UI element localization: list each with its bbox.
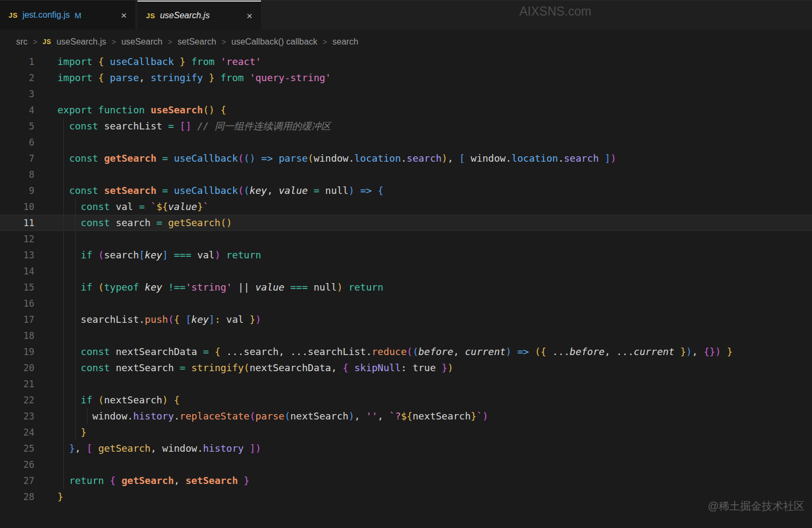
code-token: return (343, 281, 383, 293)
code-token: . (139, 314, 145, 325)
code-line[interactable]: 21 (0, 376, 812, 392)
breadcrumb-item-search[interactable]: search (332, 37, 358, 47)
code-token: => (511, 346, 534, 357)
code-token: . (197, 443, 203, 454)
code-text (34, 134, 57, 150)
code-token: ( (98, 394, 104, 406)
code-token: stringify (150, 72, 208, 83)
code-line[interactable]: 24 } (0, 424, 812, 440)
code-token: export function (57, 104, 150, 115)
code-line[interactable]: 17 searchList.push({ [key]: val }) (0, 312, 812, 328)
code-token: } (441, 362, 447, 373)
code-line[interactable]: 19 const nextSearchData = { ...search, .… (0, 344, 812, 360)
code-token: ) (506, 346, 512, 357)
code-line[interactable]: 8 (0, 167, 812, 183)
code-line[interactable]: 6 (0, 134, 812, 150)
code-line[interactable]: 18 (0, 328, 812, 344)
code-token: getSearch (104, 153, 162, 164)
code-line[interactable]: 26 (0, 457, 812, 473)
code-line[interactable]: 12 (0, 231, 812, 247)
code-line[interactable]: 4export function useSearch() { (0, 102, 812, 118)
code-token: window (162, 443, 197, 454)
code-line[interactable]: 28} (0, 489, 812, 505)
code-line[interactable]: 1import { useCallback } from 'react' (0, 54, 812, 70)
code-token: ) (256, 443, 262, 454)
code-token: ) (611, 153, 617, 164)
code-line[interactable]: 9 const setSearch = useCallback((key, va… (0, 183, 812, 199)
line-number: 10 (0, 199, 34, 215)
code-line[interactable]: 3 (0, 86, 812, 102)
breadcrumb-item-src[interactable]: src (16, 37, 27, 47)
code-token: ] (244, 443, 256, 454)
line-number: 2 (0, 70, 34, 86)
code-token: ... (617, 346, 634, 357)
code-text (34, 376, 57, 392)
code-token: , (447, 153, 453, 164)
code-token: location (354, 153, 401, 164)
code-token: value (279, 185, 314, 196)
code-text: if (search[key] === val) return (34, 247, 261, 263)
indent-guide (75, 199, 76, 440)
code-token: , (174, 475, 180, 486)
close-icon[interactable]: × (121, 10, 127, 20)
code-line[interactable]: 27 return { getSearch, setSearch } (0, 473, 812, 489)
code-text: return { getSearch, setSearch } (34, 473, 250, 489)
close-icon[interactable]: × (247, 11, 252, 21)
code-token: ] (162, 249, 168, 261)
code-token: () (244, 153, 256, 164)
tab-usesearch[interactable]: JS useSearch.js × (137, 1, 261, 30)
code-token: } (244, 475, 250, 486)
code-line[interactable]: 7 const getSearch = useCallback(() => pa… (0, 150, 812, 167)
code-line[interactable]: 22 if (nextSearch) { (0, 392, 812, 408)
code-token: const (57, 185, 104, 196)
line-number: 7 (0, 150, 34, 167)
code-token: ( (168, 314, 174, 325)
code-token: () (203, 104, 215, 115)
tab-jest-config[interactable]: JS jest.config.js M × (0, 1, 135, 30)
code-line[interactable]: 15 if (typeof key !=='string' || value =… (0, 279, 812, 295)
breadcrumb-item-setsearch[interactable]: setSearch (178, 37, 216, 47)
code-editor[interactable]: 1import { useCallback } from 'react'2imp… (0, 54, 812, 505)
code-token: 'react' (220, 56, 261, 67)
chevron-right-icon: > (33, 38, 37, 46)
breadcrumb-item-file[interactable]: useSearch.js (56, 37, 106, 47)
code-token: ( (244, 362, 250, 373)
code-line[interactable]: 13 if (search[key] === val) return (0, 247, 812, 263)
code-token: } (57, 491, 63, 502)
code-token: null (325, 185, 349, 196)
code-line[interactable]: 11 const search = getSearch() (0, 215, 812, 231)
code-line[interactable]: 5 const searchList = [] // 同一组件连续调用的缓冲区 (0, 118, 812, 134)
code-text: const val = `${value}` (34, 199, 209, 215)
code-token: before (418, 346, 453, 357)
js-file-icon: JS (9, 11, 18, 19)
code-token: ` (150, 201, 156, 212)
breadcrumb-item-callback[interactable]: useCallback() callback (231, 37, 317, 47)
code-token: {} (704, 346, 715, 357)
code-line[interactable]: 20 const nextSearch = stringify(nextSear… (0, 360, 812, 376)
code-token: } (57, 426, 86, 438)
breadcrumb-item-usesearch[interactable]: useSearch (121, 37, 163, 47)
code-token: history (203, 443, 244, 454)
code-line[interactable]: 10 const val = `${value}` (0, 199, 812, 215)
code-token: ` (203, 201, 209, 212)
code-line[interactable]: 16 (0, 295, 812, 312)
line-number: 16 (0, 295, 34, 312)
code-line[interactable]: 2import { parse, stringify } from 'query… (0, 70, 812, 86)
code-token: { (215, 346, 221, 357)
code-line[interactable]: 14 (0, 263, 812, 279)
line-number: 19 (0, 344, 34, 360)
line-number: 25 (0, 440, 34, 457)
line-number: 4 (0, 102, 34, 118)
code-line[interactable]: 23 window.history.replaceState(parse(nex… (0, 408, 812, 424)
code-token: ( (407, 346, 412, 357)
code-token: ( (285, 410, 291, 422)
code-line[interactable]: 25 }, [ getSearch, window.history ]) (0, 440, 812, 457)
code-text: import { useCallback } from 'react' (34, 54, 261, 70)
code-token: `? (389, 410, 401, 422)
js-file-icon: JS (43, 38, 52, 46)
code-token: . (558, 153, 564, 164)
code-token: '' (366, 410, 378, 422)
code-token: = (162, 185, 174, 196)
code-text: }, [ getSearch, window.history ]) (34, 440, 261, 457)
code-token: === (168, 249, 197, 261)
